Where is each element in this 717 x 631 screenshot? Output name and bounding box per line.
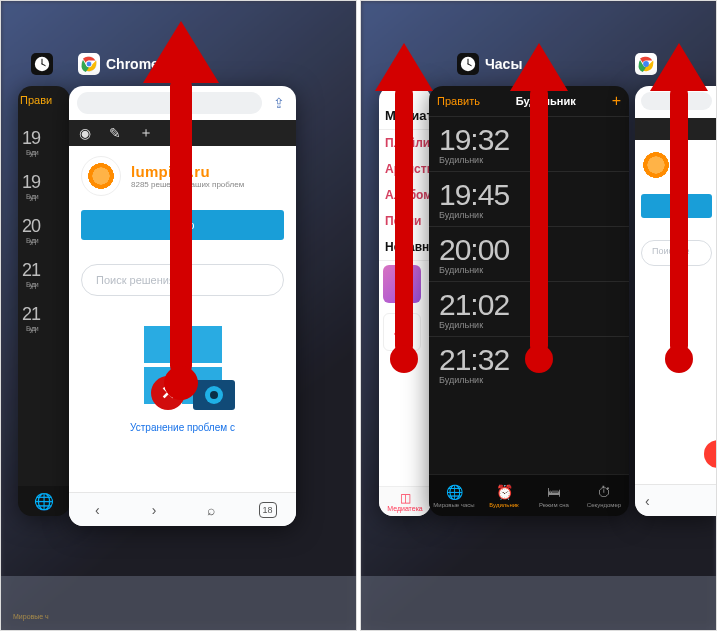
menu-button[interactable]	[641, 194, 712, 218]
app-switcher-title-chrome: Chrome	[78, 53, 159, 75]
clock-tab-stopwatch[interactable]: ⏱Секундомер	[579, 475, 629, 516]
tabs-button[interactable]: 18	[239, 502, 296, 518]
alarm-row[interactable]: 19:32Будильник	[429, 116, 629, 171]
app-switcher-title-chrome	[635, 53, 663, 75]
add-alarm-button[interactable]: +	[612, 92, 621, 110]
site-subtitle: 8285 решений ваших проблем	[131, 180, 244, 189]
music-row[interactable]: Плейлисты	[379, 130, 431, 156]
orange-slice-icon	[641, 150, 671, 180]
site-dark-ribbon: ◉ ✎ ＋	[69, 120, 296, 146]
clock-tab-label-edge: Мировые ч	[13, 613, 49, 620]
clock-app-card-edge[interactable]: Прави 19Буди 19Буди 20Буди 21Буди 21Буди…	[18, 86, 70, 516]
alarm-time-edge: 19Буди	[18, 114, 70, 158]
alarm-time: 20:00	[439, 233, 629, 267]
site-search-input[interactable]: Поиск решения...	[81, 264, 284, 296]
alarm-icon: ⏰	[496, 484, 513, 500]
right-panel: Медиатека Плейлисты Артисты Альбомы Песн…	[360, 0, 717, 631]
site-title: lumpics.ru	[131, 163, 244, 180]
alarm-row[interactable]: 19:45Будильник	[429, 171, 629, 226]
music-app-card-edge[interactable]: Медиатека Плейлисты Артисты Альбомы Песн…	[379, 86, 431, 516]
alarm-row[interactable]: 20:00Будильник	[429, 226, 629, 281]
chrome-app-card-edge[interactable]: h Поиск ре ‹	[635, 86, 717, 516]
globe-icon: 🌐	[34, 492, 54, 511]
chrome-icon	[78, 53, 100, 75]
forward-button[interactable]: ›	[126, 502, 183, 518]
edit-button[interactable]: Править	[437, 95, 480, 107]
clock-icon	[31, 53, 53, 75]
site-title-edge: h	[677, 157, 686, 173]
tab-label: Режим сна	[539, 502, 569, 508]
tab-label: Секундомер	[587, 502, 621, 508]
music-row[interactable]: Песни	[379, 208, 431, 234]
music-row[interactable]: Альбомы	[379, 182, 431, 208]
left-panel: Прави 19Буди 19Буди 20Буди 21Буди 21Буди…	[0, 0, 357, 631]
alarm-label: Будильник	[439, 320, 629, 330]
tab-label: Будильник	[489, 502, 518, 508]
clock-edit-edge[interactable]: Прави	[18, 86, 70, 114]
dock-blur	[1, 576, 356, 630]
menu-button[interactable]: ≡ ню	[81, 210, 284, 240]
alarm-label: Будильник	[439, 210, 629, 220]
alarm-list: 19:32Будильник19:45Будильник20:00Будильн…	[429, 116, 629, 391]
tab-label: Мировые часы	[433, 502, 474, 508]
stopwatch-icon: ⏱	[597, 484, 611, 500]
alarm-label: Будильник	[439, 375, 629, 385]
music-subheading: Недавно	[379, 234, 431, 261]
clock-icon	[457, 53, 479, 75]
alarm-time: 19:32	[439, 123, 629, 157]
clock-times-edge: 19Буди 19Буди 20Буди 21Буди 21Буди	[18, 114, 70, 334]
album-art-icon[interactable]	[383, 265, 421, 303]
clock-tabbar-edge: 🌐	[18, 486, 70, 516]
clock-nav-bar: Править Будильник +	[429, 86, 629, 116]
music-heading: Медиатека	[379, 86, 431, 130]
app-switcher-title-clock	[31, 53, 59, 75]
clock-tab-globe[interactable]: 🌐Мировые часы	[429, 475, 479, 516]
browser-url-bar[interactable]: ⇪	[69, 86, 296, 120]
globe-icon: 🌐	[446, 484, 463, 500]
gauge-icon[interactable]: ◉	[79, 125, 91, 141]
alarm-row[interactable]: 21:02Будильник	[429, 281, 629, 336]
article-link[interactable]: Устранение проблем с	[69, 422, 296, 433]
orange-slice-icon	[81, 156, 121, 196]
error-badge-icon: ✕	[151, 376, 185, 410]
site-dark-ribbon	[635, 118, 717, 140]
alarm-time: 21:32	[439, 343, 629, 377]
app-label: Chrome	[106, 56, 159, 72]
alarm-label: Будильник	[439, 265, 629, 275]
brush-icon[interactable]: ✎	[109, 125, 121, 141]
alarm-time: 19:45	[439, 178, 629, 212]
library-icon: ◫	[400, 491, 411, 505]
address-field[interactable]	[77, 92, 262, 114]
svg-point-11	[643, 61, 649, 67]
search-icon[interactable]: ⌕	[183, 502, 240, 518]
clock-tab-alarm[interactable]: ⏰Будильник	[479, 475, 529, 516]
clock-tab-bed[interactable]: 🛏Режим сна	[529, 475, 579, 516]
article-hero-image: ✕	[69, 326, 296, 404]
error-badge-icon	[704, 440, 717, 468]
chrome-app-card[interactable]: ⇪ ◉ ✎ ＋ lumpics.ru 8285 решений ваших пр…	[69, 86, 296, 526]
alarm-time-edge: 21Буди	[18, 246, 70, 290]
alarm-row[interactable]: 21:32Будильник	[429, 336, 629, 391]
app-switcher-title-clock: Часы	[457, 53, 522, 75]
browser-bottom-bar: ‹ › ⌕ 18	[69, 492, 296, 526]
clock-tab-bar: 🌐Мировые часы⏰Будильник🛏Режим сна⏱Секунд…	[429, 474, 629, 516]
clock-app-card[interactable]: Править Будильник + 19:32Будильник19:45Б…	[429, 86, 629, 516]
alarm-time: 21:02	[439, 288, 629, 322]
browser-bottom-bar: ‹	[635, 484, 717, 516]
monitor-eye-icon	[193, 380, 235, 410]
bed-icon: 🛏	[547, 484, 561, 500]
album-art-icon[interactable]	[383, 313, 421, 351]
app-label: Часы	[485, 56, 522, 72]
music-row[interactable]: Артисты	[379, 156, 431, 182]
music-tabbar-edge: ◫ Медиатека	[379, 486, 431, 516]
album-thumbnails	[379, 261, 431, 365]
back-button[interactable]: ‹	[69, 502, 126, 518]
plus-icon[interactable]: ＋	[139, 124, 153, 142]
site-search-input[interactable]: Поиск ре	[641, 240, 712, 266]
alarm-time-edge: 20Буди	[18, 202, 70, 246]
chrome-icon	[635, 53, 657, 75]
share-icon[interactable]: ⇪	[270, 94, 288, 112]
dock-blur	[361, 576, 716, 630]
back-button[interactable]: ‹	[645, 493, 650, 509]
browser-url-bar[interactable]	[635, 86, 717, 118]
